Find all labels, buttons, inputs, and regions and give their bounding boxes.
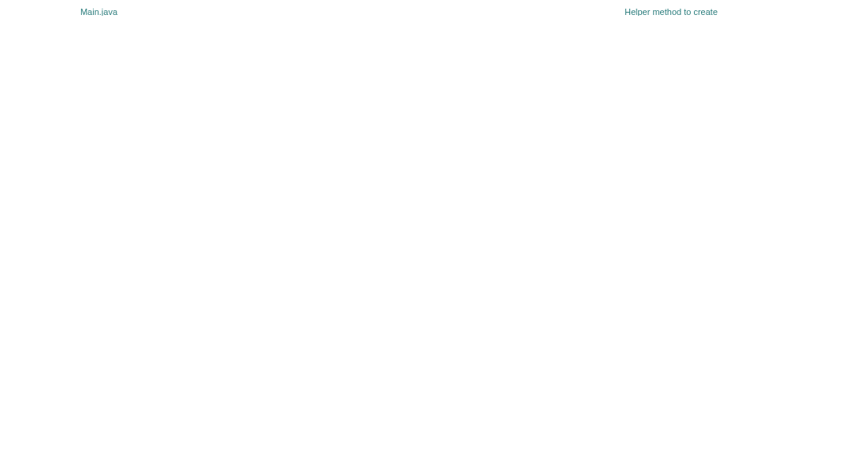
col1-title: Main.java xyxy=(80,6,117,16)
spacer xyxy=(250,6,253,16)
spacer xyxy=(381,6,384,16)
flow-col-main-java: Main.java import javafx.application .App… xyxy=(14,6,184,16)
flow-col-start-method: @Override public void start(Stage primar… xyxy=(296,6,469,16)
col4-title: Helper method to create form fields with… xyxy=(625,6,718,16)
flow-col-helper-method: Helper method to create form fields with… xyxy=(577,6,766,16)
spacer xyxy=(820,6,822,16)
flow-col-class-decl: public class Main extends Application En… xyxy=(197,6,307,16)
flow-col-main-method: public static void main(String[] args) l… xyxy=(778,6,865,16)
